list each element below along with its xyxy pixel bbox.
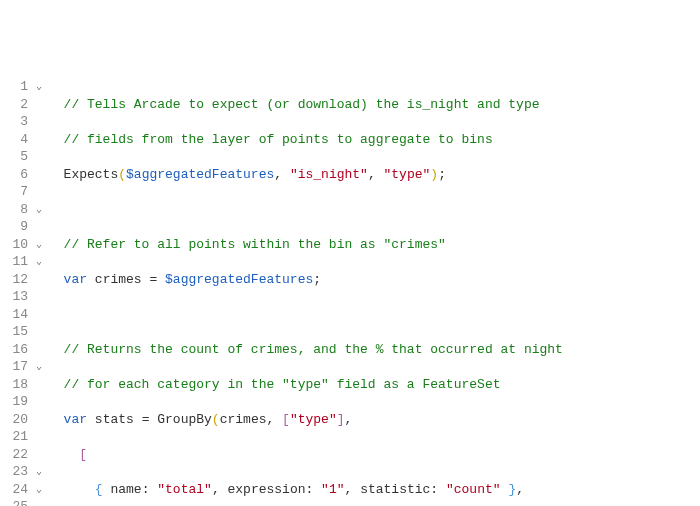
line-number: 11⌄: [8, 253, 48, 271]
code-line: // fields from the layer of points to ag…: [48, 131, 692, 149]
fold-icon[interactable]: ⌄: [28, 78, 42, 96]
line-number: 3: [8, 113, 48, 131]
line-number: 4: [8, 131, 48, 149]
line-number: 21: [8, 428, 48, 446]
line-number: 14: [8, 306, 48, 324]
line-number: 1⌄: [8, 78, 48, 96]
line-number: 17⌄: [8, 358, 48, 376]
fold-icon[interactable]: ⌄: [28, 236, 42, 254]
line-number: 8⌄: [8, 201, 48, 219]
line-number: 7: [8, 183, 48, 201]
line-number: 24⌄: [8, 481, 48, 499]
line-number: 5: [8, 148, 48, 166]
code-line: { name: "total", expression: "1", statis…: [48, 481, 692, 499]
code-line: // Refer to all points within the bin as…: [48, 236, 692, 254]
fold-icon[interactable]: ⌄: [28, 358, 42, 376]
line-number: 15: [8, 323, 48, 341]
code-line: [: [48, 446, 692, 464]
code-line: Expects($aggregatedFeatures, "is_night",…: [48, 166, 692, 184]
line-number: 12: [8, 271, 48, 289]
line-number: 25: [8, 498, 48, 506]
line-number: 16: [8, 341, 48, 359]
line-number: 13: [8, 288, 48, 306]
code-line: [48, 306, 692, 324]
code-editor[interactable]: 1⌄2345678⌄910⌄11⌄121314151617⌄1819202122…: [8, 78, 692, 506]
code-area[interactable]: // Tells Arcade to expect (or download) …: [48, 78, 692, 506]
code-line: [48, 201, 692, 219]
line-number: 20: [8, 411, 48, 429]
line-number: 23⌄: [8, 463, 48, 481]
line-number: 18: [8, 376, 48, 394]
fold-icon[interactable]: ⌄: [28, 201, 42, 219]
code-line: var crimes = $aggregatedFeatures;: [48, 271, 692, 289]
code-line: var stats = GroupBy(crimes, ["type"],: [48, 411, 692, 429]
code-line: // Tells Arcade to expect (or download) …: [48, 96, 692, 114]
line-number: 9: [8, 218, 48, 236]
line-gutter: 1⌄2345678⌄910⌄11⌄121314151617⌄1819202122…: [8, 78, 48, 506]
line-number: 22: [8, 446, 48, 464]
fold-icon[interactable]: ⌄: [28, 463, 42, 481]
fold-icon[interactable]: ⌄: [28, 481, 42, 499]
code-line: // Returns the count of crimes, and the …: [48, 341, 692, 359]
line-number: 19: [8, 393, 48, 411]
code-line: // for each category in the "type" field…: [48, 376, 692, 394]
line-number: 6: [8, 166, 48, 184]
line-number: 10⌄: [8, 236, 48, 254]
line-number: 2: [8, 96, 48, 114]
fold-icon[interactable]: ⌄: [28, 253, 42, 271]
